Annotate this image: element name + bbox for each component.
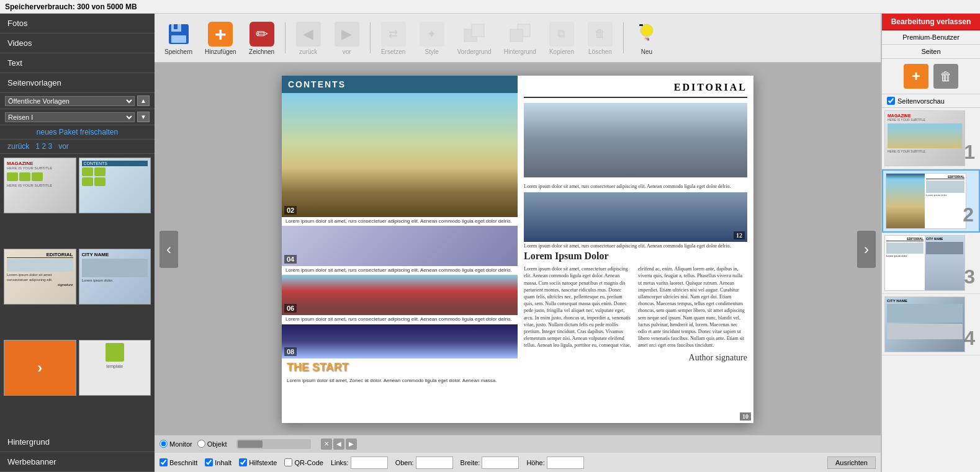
add-page-button[interactable]: + — [904, 64, 928, 89]
qr-code-label: QR-Code — [294, 459, 323, 466]
new-package-link[interactable]: neues Paket freischalten — [0, 125, 155, 140]
nav-next-btn[interactable]: ▶ — [346, 439, 357, 450]
template-thumb-6[interactable]: template — [79, 340, 151, 396]
editorial-signature: Author signature — [524, 353, 747, 363]
page-thumb-4[interactable]: CITY NAME 4 — [882, 294, 980, 355]
beschnitt-checkbox[interactable]: Beschnitt — [160, 458, 197, 466]
new-label: Neu — [641, 48, 652, 55]
page-thumb-2[interactable]: EDITORIAL Lorem ipsum dolor. 2 — [882, 169, 980, 233]
save-button[interactable]: Speichern — [160, 19, 197, 58]
template-thumb-5[interactable]: › — [4, 340, 76, 396]
background-button[interactable]: Hintergrund — [499, 19, 541, 58]
page-4-number: 4 — [964, 327, 975, 350]
template-grid: MAGAZINE HERE IS YOUR SUBTITLE HERE IS Y… — [0, 154, 155, 432]
page-3-number: 3 — [964, 265, 975, 288]
page-thumb-3[interactable]: EDITORIAL Lorem ipsum dolor. CITY NAME 3 — [882, 233, 980, 294]
template-thumb-3[interactable]: EDITORIAL Lorem ipsum dolor sit amet con… — [4, 249, 76, 305]
premium-user-button[interactable]: Premium-Benutzer — [882, 30, 980, 45]
qr-code-checkbox[interactable]: QR-Code — [284, 458, 323, 466]
forward-button[interactable]: ▶ vor — [329, 19, 365, 58]
bike-image: 04 — [282, 226, 518, 266]
oben-label: Oben: — [395, 459, 414, 466]
delete-button[interactable]: 🗑 Löschen — [582, 19, 618, 58]
back-button[interactable]: ◀ zurück — [290, 19, 326, 58]
reisen-dropdown[interactable]: Reisen I — [5, 112, 135, 122]
hilfstexte-checkbox[interactable]: Hilfstexte — [239, 458, 277, 466]
style-button[interactable]: ✦ Style — [414, 19, 450, 58]
sidebar-item-hintergrund[interactable]: Hintergrund — [0, 432, 155, 452]
the-start-text: THE START — [282, 358, 518, 376]
new-button[interactable]: 👒 Neu — [629, 19, 665, 58]
night-image: 08 — [282, 324, 518, 358]
public-templates-dropdown[interactable]: Öffentliche Vorlagen — [5, 96, 135, 106]
hilfstexte-label: Hilfstexte — [249, 459, 277, 466]
oben-input[interactable] — [416, 456, 453, 469]
view-mode-radio: Monitor Objekt — [160, 440, 227, 448]
add-button[interactable]: + Hinzufügen — [200, 19, 241, 58]
page-2-link[interactable]: 2 — [42, 142, 46, 151]
scroll-down-btn[interactable]: ▼ — [137, 112, 150, 122]
sidebar-bottom: Hintergrund Werbebanner — [0, 432, 155, 472]
storage-label: Speicherverbrauch: 300 von 5000 MB — [5, 2, 137, 11]
hoehe-input[interactable] — [547, 456, 584, 469]
page-num-12: 12 — [734, 231, 745, 239]
portrait-image: 12 — [524, 192, 747, 242]
inhalt-checkbox[interactable]: Inhalt — [205, 458, 232, 466]
left-sidebar: Fotos Videos Text Seitenvorlagen Öffentl… — [0, 14, 155, 472]
pagination: zurück 1 2 3 vor — [0, 140, 155, 154]
sidebar-item-text[interactable]: Text — [0, 53, 155, 73]
preview-checkbox[interactable]: Seitenvorschau — [882, 94, 980, 108]
foreground-button[interactable]: Vordergrund — [452, 19, 497, 58]
canvas-area: ‹ CONTENTS 02 Lorem ipsum dolor sit amet… — [155, 63, 881, 435]
exit-edit-button[interactable]: Bearbeitung verlassen — [882, 14, 980, 30]
page-2-preview: EDITORIAL Lorem ipsum dolor. — [886, 173, 966, 229]
reisen-row: Reisen I ▼ — [0, 109, 155, 125]
monitor-radio[interactable]: Monitor — [160, 440, 192, 448]
page-1-link[interactable]: 1 — [35, 142, 40, 151]
page-thumb-1[interactable]: MAGAZINE HERE IS YOUR SUBTITLE HERE IS Y… — [882, 108, 980, 169]
ausrichten-button[interactable]: Ausrichten — [827, 456, 876, 469]
editorial-header: EDITORIAL — [524, 82, 747, 98]
breite-input[interactable] — [482, 456, 519, 469]
zoom-scrollbar[interactable] — [236, 439, 311, 449]
scroll-up-btn[interactable]: ▲ — [137, 96, 150, 106]
prev-page-arrow[interactable]: ‹ — [160, 231, 178, 268]
nav-prev-btn[interactable]: ◀ — [333, 439, 344, 450]
objekt-radio[interactable]: Objekt — [197, 440, 227, 448]
sidebar-item-videos[interactable]: Videos — [0, 33, 155, 53]
contents-page: CONTENTS 02 Lorem ipsum dolor sit amet, … — [282, 76, 518, 423]
center-area: Speichern + Hinzufügen ✏ Zeichnen ◀ zur — [155, 14, 881, 472]
toolbar: Speichern + Hinzufügen ✏ Zeichnen ◀ zur — [155, 14, 881, 63]
svg-text:👒: 👒 — [644, 35, 650, 42]
template-thumb-2[interactable]: CONTENTS — [79, 158, 151, 213]
public-templates-row: Öffentliche Vorlagen ▲ — [0, 93, 155, 109]
nav-close-btn[interactable]: ✕ — [321, 439, 332, 450]
page-4-preview: CITY NAME — [884, 296, 965, 352]
page-3-link[interactable]: 3 — [48, 142, 52, 151]
delete-page-button[interactable]: 🗑 — [933, 64, 958, 89]
right-sidebar: Bearbeitung verlassen Premium-Benutzer S… — [881, 14, 980, 472]
pages-button[interactable]: Seiten — [882, 45, 980, 59]
page-thumbnails: MAGAZINE HERE IS YOUR SUBTITLE HERE IS Y… — [882, 108, 980, 472]
save-label: Speichern — [164, 48, 192, 55]
replace-button[interactable]: ⇄ Ersetzen — [375, 19, 411, 58]
editorial-page: EDITORIAL 10 Lorem ipsum dolor sit amet,… — [518, 76, 753, 423]
entry-06: 06 — [282, 275, 518, 315]
sidebar-item-werbebanner[interactable]: Werbebanner — [0, 452, 155, 472]
template-thumb-1[interactable]: MAGAZINE HERE IS YOUR SUBTITLE HERE IS Y… — [4, 158, 76, 213]
replace-label: Ersetzen — [381, 48, 405, 55]
prev-link[interactable]: zurück — [7, 142, 29, 151]
sidebar-item-seitenvorlagen[interactable]: Seitenvorlagen — [0, 73, 155, 93]
copy-button[interactable]: ⧉ Kopieren — [544, 19, 580, 58]
contents-main-image: 02 — [282, 93, 518, 217]
bottom-toolbar: Beschnitt Inhalt Hilfstexte QR-Code Link… — [155, 452, 881, 472]
page-num-06: 06 — [284, 304, 297, 313]
links-input[interactable] — [351, 456, 388, 469]
entry-12-text: Lorem ipsum dolor sit amet, rurs consect… — [524, 242, 747, 251]
sidebar-item-fotos[interactable]: Fotos — [0, 14, 155, 33]
draw-button[interactable]: ✏ Zeichnen — [244, 19, 280, 58]
next-link[interactable]: vor — [58, 142, 69, 151]
template-thumb-4[interactable]: CITY NAME Lorem ipsum dolor. — [79, 249, 151, 305]
svg-rect-5 — [472, 24, 484, 37]
next-page-arrow[interactable]: › — [857, 231, 876, 268]
